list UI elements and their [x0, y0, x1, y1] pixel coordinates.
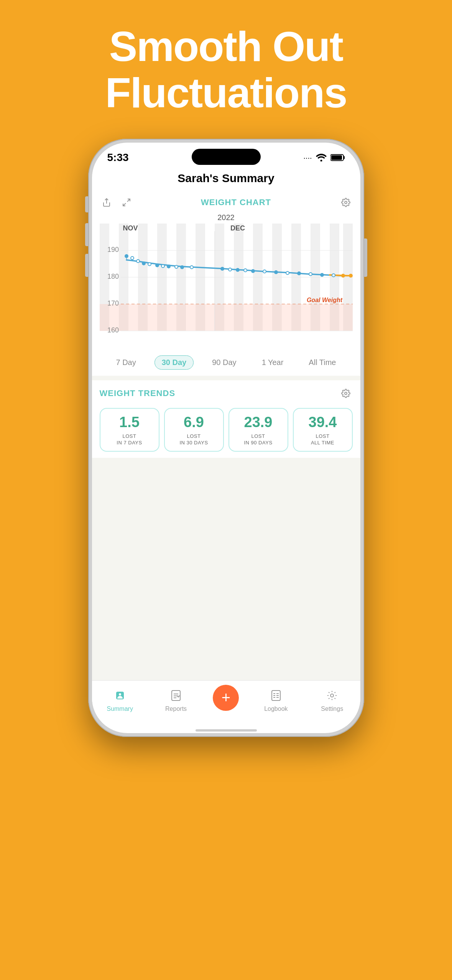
svg-point-35: [125, 254, 128, 258]
chart-title: Weight Chart: [201, 197, 271, 207]
chart-header: Weight Chart: [100, 196, 353, 209]
range-7day[interactable]: 7 Day: [109, 356, 143, 369]
share-icon[interactable]: [100, 196, 113, 209]
svg-point-86: [119, 693, 121, 696]
range-90day[interactable]: 90 Day: [205, 356, 243, 369]
svg-point-49: [167, 265, 171, 268]
svg-text:Goal Weight: Goal Weight: [307, 297, 343, 303]
dynamic-island: [192, 149, 261, 165]
trend-card-30day: 6.9 LOSTIN 30 DAYS: [164, 408, 224, 452]
page-title: Sarah's Summary: [92, 166, 360, 189]
svg-point-69: [274, 270, 278, 274]
power-button[interactable]: [364, 238, 367, 277]
svg-point-39: [136, 260, 140, 263]
reports-tab-icon: [168, 687, 184, 704]
hero-line1: Smooth Out: [105, 23, 347, 69]
trend-value-90day: 23.9: [244, 415, 273, 429]
svg-point-0: [320, 160, 322, 162]
svg-rect-2: [344, 156, 345, 159]
svg-point-47: [161, 265, 164, 268]
trend-label-30day: LOSTIN 30 DAYS: [179, 433, 208, 446]
volume-down-button[interactable]: [85, 254, 88, 277]
svg-point-75: [309, 273, 312, 276]
trends-cards: 1.5 LOSTIN 7 DAYS 6.9 LOSTIN 30 DAYS 23.…: [100, 408, 353, 452]
tab-summary[interactable]: Summary: [101, 687, 139, 712]
logbook-tab-icon: [268, 687, 284, 704]
tab-add-button[interactable]: +: [213, 685, 239, 711]
svg-text:DEC: DEC: [230, 224, 245, 232]
hero-line2: Fluctuations: [105, 69, 347, 116]
svg-point-98: [330, 694, 334, 697]
svg-point-79: [332, 274, 335, 277]
svg-text:NOV: NOV: [123, 224, 138, 232]
svg-text:160: 160: [107, 326, 118, 334]
trend-label-alltime: LOSTALL TIME: [311, 433, 334, 446]
range-30day[interactable]: 30 Day: [155, 355, 194, 370]
section-divider: [92, 376, 360, 380]
tab-settings[interactable]: Settings: [313, 687, 351, 712]
volume-up-button[interactable]: [85, 223, 88, 246]
svg-point-65: [251, 269, 255, 273]
svg-point-5: [345, 201, 347, 204]
trends-settings-icon[interactable]: [339, 386, 353, 400]
svg-text:180: 180: [107, 273, 118, 280]
phone-device: 5:33 ···· Sarah's Summary: [88, 139, 364, 737]
content-area: Weight Chart 2022: [92, 189, 360, 680]
tab-label-reports: Reports: [165, 705, 187, 712]
tab-bar: Summary Reports +: [92, 680, 360, 726]
hero-section: Smooth Out Fluctuations: [105, 0, 347, 116]
svg-point-84: [345, 392, 347, 395]
svg-point-57: [220, 267, 224, 271]
svg-point-37: [131, 257, 134, 260]
settings-tab-icon: [324, 687, 340, 704]
svg-point-53: [180, 265, 184, 269]
trend-card-7day: 1.5 LOSTIN 7 DAYS: [100, 408, 159, 452]
trend-value-30day: 6.9: [184, 415, 204, 429]
svg-point-41: [142, 261, 146, 265]
svg-point-63: [244, 269, 247, 272]
mute-button[interactable]: [85, 196, 88, 212]
settings-icon[interactable]: [339, 196, 353, 209]
trend-label-90day: LOSTIN 90 DAYS: [244, 433, 272, 446]
chart-left-icons: [100, 196, 133, 209]
trend-value-alltime: 39.4: [309, 415, 337, 429]
trend-card-90day: 23.9 LOSTIN 90 DAYS: [228, 408, 288, 452]
svg-rect-91: [272, 691, 280, 700]
svg-rect-21: [100, 304, 353, 331]
add-icon: +: [222, 690, 230, 705]
svg-rect-3: [331, 155, 342, 160]
svg-point-73: [297, 271, 301, 275]
svg-point-61: [236, 268, 240, 272]
expand-icon[interactable]: [120, 196, 133, 209]
trend-label-7day: LOSTIN 7 DAYS: [117, 433, 142, 446]
battery-icon: [330, 154, 345, 161]
summary-tab-icon: [112, 687, 128, 704]
tab-reports[interactable]: Reports: [157, 687, 195, 712]
svg-point-81: [341, 274, 345, 278]
trends-title: Weight Trends: [100, 388, 176, 398]
tab-label-summary: Summary: [107, 705, 133, 712]
svg-text:190: 190: [107, 246, 118, 253]
range-alltime[interactable]: All Time: [302, 356, 343, 369]
chart-year: 2022: [100, 213, 353, 222]
trends-header: Weight Trends: [100, 386, 353, 400]
time-range-selector: 7 Day 30 Day 90 Day 1 Year All Time: [100, 350, 353, 372]
svg-point-43: [148, 263, 151, 266]
range-1year[interactable]: 1 Year: [255, 356, 291, 369]
signal-icon: ····: [303, 153, 312, 162]
home-indicator: [196, 729, 257, 732]
svg-text:170: 170: [107, 299, 118, 307]
status-time: 5:33: [107, 151, 129, 164]
trend-value-7day: 1.5: [119, 415, 140, 429]
tab-label-logbook: Logbook: [264, 705, 288, 712]
status-icons: ····: [303, 153, 345, 162]
svg-point-67: [263, 270, 266, 273]
weight-chart: 190 180 170 160 NOV DEC Goal Weight: [100, 224, 353, 350]
svg-point-55: [190, 266, 193, 269]
svg-point-83: [349, 274, 353, 278]
tab-logbook[interactable]: Logbook: [257, 687, 295, 712]
svg-point-59: [228, 268, 232, 271]
chart-section: Weight Chart 2022: [92, 189, 360, 376]
trend-card-alltime: 39.4 LOSTALL TIME: [293, 408, 353, 452]
trends-section: Weight Trends 1.5 LOSTIN 7 DAYS: [92, 380, 360, 458]
